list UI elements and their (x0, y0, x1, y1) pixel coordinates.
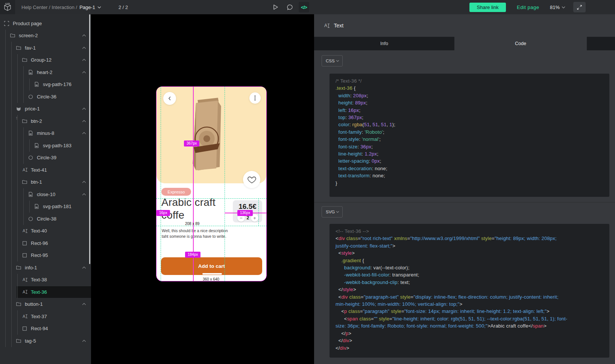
layer-item-heart-2[interactable]: heart-2 (0, 66, 91, 79)
layer-item-rect-95[interactable]: Rect-95 (0, 249, 91, 262)
layer-item-fav-1[interactable]: fav-1 (0, 42, 91, 54)
tree-guide-line (17, 274, 18, 286)
tab-info[interactable]: Info (314, 37, 454, 50)
layer-item-text-41[interactable]: AText-41 (0, 164, 91, 176)
tree-guide-line (17, 323, 18, 335)
tree-guide-line (17, 201, 18, 213)
layer-item-svg-path-181[interactable]: svg-path-181 (0, 201, 91, 213)
app-logo[interactable] (0, 0, 15, 14)
layer-item-circle-39[interactable]: Circle-39 (0, 152, 91, 164)
chevron-up-icon[interactable] (82, 34, 86, 37)
svg-code-block[interactable]: <!-- Text-36 --><div class="root rich-te… (330, 224, 609, 358)
code-line: background: var(--text-color); (336, 264, 603, 271)
design-frame-screen[interactable]: Expresso Arabic craft coffe 16.5€ − 2 + … (156, 86, 267, 281)
layer-item-svg-path-183[interactable]: svg-path-183 (0, 139, 91, 152)
chevron-up-icon[interactable] (82, 71, 86, 74)
tree-guide-line (5, 335, 6, 347)
chevron-up-icon[interactable] (82, 266, 86, 269)
tree-guide-line (29, 79, 30, 91)
tree-guide-line (5, 79, 6, 91)
layer-label: Group-12 (31, 57, 52, 63)
css-language-dropdown[interactable]: CSS (322, 55, 343, 66)
chevron-up-icon[interactable] (82, 340, 86, 342)
code-line: line-height: 1.2px; (336, 150, 603, 157)
chevron-up-icon[interactable] (82, 193, 86, 196)
guide-dashed-left (161, 86, 161, 281)
design-canvas[interactable]: Expresso Arabic craft coffe 16.5€ − 2 + … (91, 14, 314, 364)
css-code-block[interactable]: /* Text-36 */.text-36 { width: 208px; he… (330, 74, 609, 197)
layer-item-circle-36[interactable]: Circle-36 (0, 91, 91, 103)
code-line: height: 89px; (336, 99, 603, 106)
code-line: </p> (336, 330, 603, 337)
breadcrumb[interactable]: Help Center / Interaction / Page-1 (21, 0, 101, 14)
layer-label: tag-5 (25, 338, 36, 344)
chevron-up-icon[interactable] (82, 107, 86, 110)
guide-dashed-pricebox (258, 198, 259, 226)
chevron-up-icon[interactable] (82, 120, 86, 122)
layer-item-button-1[interactable]: button-1 (0, 298, 91, 311)
comment-button[interactable] (284, 2, 295, 12)
back-button[interactable] (163, 92, 176, 105)
chevron-up-icon[interactable] (82, 303, 86, 305)
layer-label: close-10 (37, 192, 55, 197)
fullscreen-button[interactable] (573, 2, 586, 12)
add-to-cart-button[interactable]: Add to cart (161, 257, 262, 275)
layer-item-info-1[interactable]: info-1 (0, 261, 91, 274)
chevron-up-icon[interactable] (82, 132, 86, 134)
measure-chip-top: 367px (184, 140, 199, 147)
layer-label: fav-1 (25, 45, 36, 51)
code-line: justify-content: flex-start;"> (336, 242, 603, 249)
layer-item-rect-96[interactable]: Rect-96 (0, 237, 91, 249)
tree-guide-line (17, 79, 18, 91)
zoom-dropdown[interactable]: 81% (550, 0, 565, 14)
chevron-up-icon[interactable] (82, 59, 86, 61)
chevron-up-icon[interactable] (82, 181, 86, 183)
package-icon (3, 3, 12, 12)
category-tag[interactable]: Expresso (161, 188, 191, 196)
description-line1: Well, this should be a nice description (162, 228, 228, 234)
share-link-button[interactable]: Share link (469, 3, 506, 12)
product-title[interactable]: Arabic craft coffe (161, 196, 228, 222)
tree-guide-line (17, 213, 18, 225)
tree-guide-line (17, 176, 18, 189)
layer-item-screen-2[interactable]: screen-2 (0, 30, 91, 42)
code-mode-button[interactable]: </> (299, 2, 309, 12)
heart-icon (248, 176, 256, 184)
layer-item-text-37[interactable]: AText-37 (0, 310, 91, 323)
layer-label: Rect-94 (31, 326, 48, 331)
svg-language-dropdown[interactable]: SVG (322, 206, 343, 217)
layer-item-rect-94[interactable]: Rect-94 (0, 323, 91, 335)
edit-page-link[interactable]: Edit page (517, 0, 539, 14)
layer-item-group-12[interactable]: Group-12 (0, 54, 91, 66)
layer-item-text-38[interactable]: AText-38 (0, 274, 91, 286)
layer-item-close-10[interactable]: close-10 (0, 188, 91, 201)
chevron-down-icon (336, 211, 339, 213)
layer-item-circle-38[interactable]: Circle-38 (0, 213, 91, 225)
layer-item-minus-8[interactable]: minus-8 (0, 127, 91, 140)
layer-item-text-36[interactable]: AText-36 (0, 286, 91, 298)
layer-label: Circle-38 (37, 216, 56, 222)
layer-item-text-40[interactable]: AText-40 (0, 225, 91, 237)
chevron-left-icon (167, 96, 172, 101)
tree-guide-line (11, 274, 12, 286)
layer-item-btn-1[interactable]: btn-1 (0, 176, 91, 189)
layer-label: screen-2 (19, 33, 38, 38)
svg-dropdown-value: SVG (326, 210, 335, 214)
layer-item-btn-2[interactable]: btn-2 (0, 115, 91, 127)
layer-item-tag-5[interactable]: tag-5 (0, 335, 91, 347)
tab-code[interactable]: Code (454, 37, 587, 50)
layer-item-product page[interactable]: Product page (0, 17, 91, 30)
more-menu-button[interactable] (249, 92, 261, 104)
mask-icon (16, 106, 21, 112)
breadcrumb-path: Help Center / Interaction / (21, 5, 77, 10)
play-button[interactable] (270, 2, 281, 12)
favorite-button[interactable] (243, 171, 260, 188)
tree-guide-line (11, 237, 12, 249)
sidebar-scrollbar[interactable] (89, 14, 90, 264)
svg-icon (34, 204, 39, 209)
tree-guide-line (11, 91, 12, 103)
chevron-up-icon[interactable] (82, 47, 86, 49)
layer-item-price-1[interactable]: price-1 (0, 103, 91, 115)
layer-item-svg-path-176[interactable]: svg-path-176 (0, 79, 91, 91)
page-indicator: 2 / 2 (118, 0, 128, 14)
